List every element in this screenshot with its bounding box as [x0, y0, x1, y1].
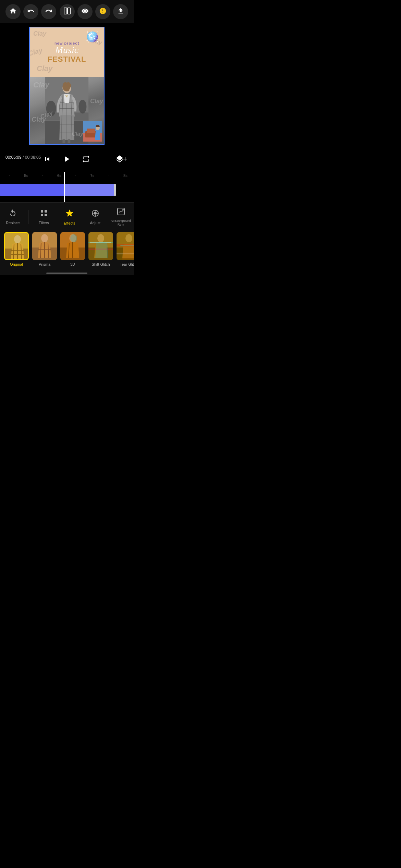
canvas-top: Clay Clay Clay Clay 🪩 new project Music …: [30, 27, 104, 77]
eye-button[interactable]: [77, 4, 93, 19]
canvas-bottom: Clay Clay Clay Clay Clay: [30, 77, 104, 144]
svg-point-32: [94, 212, 97, 215]
effect-label-3d: 3D: [70, 262, 75, 266]
menu-label-filters: Filters: [39, 221, 49, 225]
menu-item-filters[interactable]: Filters: [34, 209, 54, 225]
menu-label-effects: Effects: [64, 221, 75, 225]
festival-text: FESTIVAL: [48, 55, 86, 64]
svg-rect-26: [87, 129, 95, 133]
time-total: 00:08:05: [25, 155, 41, 160]
watermark-2: Clay: [30, 46, 44, 58]
home-icon: [9, 7, 17, 16]
svg-point-62: [70, 234, 77, 242]
menu-label-ai-bg: AI BackgroundRem: [111, 219, 131, 227]
watermark-1: Clay: [33, 30, 46, 37]
redo-icon: [45, 7, 52, 16]
effect-prisma[interactable]: Prisma: [32, 232, 57, 266]
replace-icon: [9, 209, 17, 219]
svg-point-39: [122, 209, 124, 210]
svg-rect-1: [68, 8, 70, 14]
undo-button[interactable]: [23, 4, 38, 19]
playback-controls: 00:06:09 / 00:08:05: [5, 152, 128, 166]
eye-icon: [81, 7, 89, 16]
filters-icon: [40, 209, 48, 219]
play-button[interactable]: [60, 152, 73, 166]
toolbar: [0, 0, 134, 23]
home-button[interactable]: [5, 4, 21, 19]
menu-item-replace[interactable]: Replace: [2, 209, 23, 225]
redo-button[interactable]: [41, 4, 56, 19]
toolbar-right: [60, 4, 128, 19]
ruler-dot-3: ·: [68, 173, 84, 178]
svg-rect-55: [32, 232, 57, 260]
effect-shift-glitch[interactable]: Shift Glitch: [88, 232, 113, 266]
effect-thumb-prisma: [32, 232, 57, 260]
adjust-icon: [91, 209, 99, 219]
effect-label-original: Original: [10, 262, 23, 266]
time-display: 00:06:09 / 00:08:05: [5, 155, 41, 160]
svg-rect-29: [45, 210, 47, 213]
coin-button[interactable]: [95, 4, 110, 19]
photo-watermark-1: Clay: [33, 81, 49, 89]
svg-rect-0: [64, 8, 67, 14]
effect-thumb-shift-glitch: [88, 232, 113, 260]
ruler-dot-2: ·: [35, 173, 51, 178]
svg-point-22: [66, 96, 67, 97]
undo-icon: [27, 7, 35, 16]
timeline-ruler: · 5s · 6s · 7s · 8s: [0, 172, 134, 180]
svg-rect-28: [41, 210, 43, 213]
ruler-marks: · 5s · 6s · 7s · 8s: [0, 173, 134, 178]
effect-tear-glitch[interactable]: Tear Glitch: [117, 232, 134, 266]
ruler-8s: 8s: [117, 173, 134, 178]
split-icon: [63, 7, 71, 17]
svg-rect-21: [68, 139, 70, 143]
menu-divider-1: [28, 210, 28, 224]
share-button[interactable]: [113, 4, 128, 19]
canvas-container: Clay Clay Clay Clay 🪩 new project Music …: [29, 27, 105, 145]
ruler-6s: 6s: [51, 173, 68, 178]
inset-thumbnail: [83, 121, 102, 141]
effect-original[interactable]: Original: [4, 232, 29, 266]
coin-icon: [99, 7, 107, 16]
svg-point-8: [78, 100, 86, 113]
menu-label-adjust: Adjust: [90, 221, 100, 225]
disco-ball: 🪩: [85, 30, 99, 43]
svg-rect-31: [45, 214, 47, 216]
svg-rect-20: [62, 139, 65, 143]
layers-button[interactable]: [115, 155, 128, 164]
photo-watermark-4: Clay: [32, 116, 46, 123]
track-handle[interactable]: [114, 184, 116, 196]
photo-watermark-2: Clay: [90, 98, 103, 105]
svg-point-65: [97, 234, 104, 242]
photo-watermark-5: Clay: [72, 131, 83, 137]
menu-label-replace: Replace: [6, 221, 20, 225]
bottom-menu: Replace Filters Effects: [0, 202, 134, 229]
svg-rect-30: [41, 214, 43, 216]
ruler-dot-1: ·: [1, 173, 18, 178]
ruler-5s: 5s: [18, 173, 34, 178]
menu-item-effects[interactable]: Effects: [59, 209, 80, 225]
effect-thumb-3d: [60, 232, 85, 260]
menu-item-adjust[interactable]: Adjust: [85, 209, 106, 225]
track-bar-right: [64, 184, 115, 196]
split-button[interactable]: [60, 4, 75, 19]
effect-label-prisma: Prisma: [39, 262, 50, 266]
menu-item-ai-bg[interactable]: AI BackgroundRem: [111, 207, 131, 227]
effect-thumb-original: [4, 232, 29, 260]
preview-area: Clay Clay Clay Clay 🪩 new project Music …: [0, 23, 134, 148]
svg-point-42: [14, 235, 21, 243]
toolbar-left: [5, 4, 56, 19]
playhead-line: [64, 172, 65, 202]
share-icon: [117, 7, 124, 16]
time-current: 00:06:09: [5, 155, 22, 160]
track-area[interactable]: [0, 180, 134, 200]
watermark-3: Clay: [37, 64, 52, 73]
svg-point-71: [125, 234, 132, 242]
skip-back-button[interactable]: [43, 155, 51, 163]
controls-area: 00:06:09 / 00:08:05: [0, 148, 134, 172]
loop-button[interactable]: [82, 155, 90, 164]
effect-3d[interactable]: 3D: [60, 232, 85, 266]
effect-label-tear-glitch: Tear Glitch: [120, 262, 134, 266]
ruler-dot-4: ·: [101, 173, 117, 178]
home-bar: [46, 273, 87, 274]
